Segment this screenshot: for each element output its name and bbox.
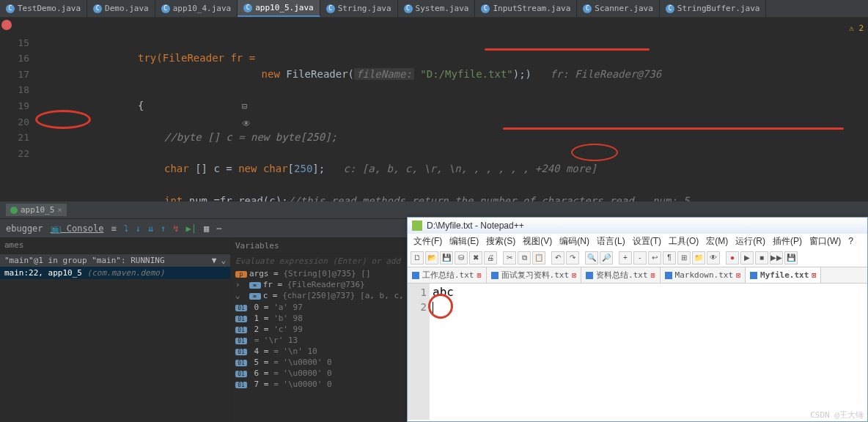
drop-frame-icon[interactable]: ↯ <box>173 223 178 234</box>
file-tab[interactable]: CSystem.java <box>398 0 476 17</box>
notepad-file-tab[interactable]: Markdown.txt⊠ <box>661 267 746 283</box>
file-tab[interactable]: CString.java <box>320 0 398 17</box>
file-tab[interactable]: Capp10_5.java <box>238 0 320 17</box>
notepad-menu-item[interactable]: 插件(P) <box>770 235 805 248</box>
indent-guide-icon[interactable]: ⊞ <box>677 251 691 264</box>
notepad-menu-item[interactable]: 运行(R) <box>732 235 768 248</box>
notepad-menu-item[interactable]: 语言(L) <box>594 235 628 248</box>
step-out-icon[interactable]: ↑ <box>161 223 166 234</box>
more-icon[interactable]: ⋯ <box>216 223 221 234</box>
run-tab[interactable]: app10_5 × <box>6 204 67 216</box>
code-area[interactable]: ⚠ 2 try(FileReader fr = try(FileReader f… <box>34 18 868 201</box>
undo-icon[interactable]: ↶ <box>551 251 564 264</box>
calculator-icon[interactable]: ▦ <box>204 223 209 234</box>
warning-icon[interactable]: ⚠ 2 <box>849 21 864 37</box>
notepad-file-tab[interactable]: Myfile.txt⊠ <box>746 267 821 283</box>
run-to-cursor-icon[interactable]: ▶| <box>186 223 196 234</box>
debugger-tab[interactable]: ebugger <box>6 223 43 234</box>
redo-icon[interactable]: ↷ <box>566 251 579 264</box>
file-icon <box>586 272 593 279</box>
dropdown-icon[interactable]: ⌄ <box>221 256 226 265</box>
open-file-icon[interactable]: 📂 <box>425 251 438 264</box>
frames-panel: ames "main"@1 in group "main": RUNNING ▼… <box>0 238 231 422</box>
java-file-icon: C <box>93 4 102 13</box>
java-file-icon: C <box>583 4 592 13</box>
notepad-menu-item[interactable]: 视图(V) <box>520 235 555 248</box>
breakpoint-icon[interactable] <box>0 18 13 32</box>
file-tab[interactable]: CDemo.java <box>87 0 155 17</box>
java-file-icon: C <box>481 4 490 13</box>
close-tab-icon[interactable]: ⊠ <box>477 271 482 279</box>
stop-icon[interactable]: ■ <box>755 251 768 264</box>
file-icon <box>750 272 757 279</box>
notepad-menu-item[interactable]: 窗口(W) <box>806 235 844 248</box>
notepad-menu-item[interactable]: 文件(F) <box>411 235 445 248</box>
new-file-icon[interactable]: 🗋 <box>411 251 424 264</box>
cut-icon[interactable]: ✂ <box>503 251 516 264</box>
notepad-window: D:\Myfile.txt - Notepad++ 文件(F)编辑(E)搜索(S… <box>407 217 868 422</box>
file-tab[interactable]: CInputStream.java <box>475 0 577 17</box>
frames-header: ames <box>0 238 230 254</box>
notepad-menubar[interactable]: 文件(F)编辑(E)搜索(S)视图(V)编码(N)语言(L)设置(T)工具(O)… <box>408 234 867 248</box>
close-tab-icon[interactable]: ⊠ <box>572 271 576 279</box>
find-icon[interactable]: 🔍 <box>585 251 598 264</box>
console-tab[interactable]: 📺 Console <box>51 223 104 234</box>
show-all-icon[interactable]: ¶ <box>663 251 676 264</box>
notepad-title-text: D:\Myfile.txt - Notepad++ <box>427 221 524 231</box>
notepad-file-tab[interactable]: 面试复习资料.txt⊠ <box>487 267 582 283</box>
replace-icon[interactable]: 🔎 <box>600 251 613 264</box>
record-icon[interactable]: ● <box>726 251 739 264</box>
thread-row[interactable]: "main"@1 in group "main": RUNNING ▼⌄ <box>0 254 230 267</box>
minimize-icon[interactable]: ⊟ <box>242 101 251 111</box>
force-step-icon[interactable]: ⇊ <box>148 223 153 234</box>
notepad-menu-item[interactable]: 搜索(S) <box>483 235 518 248</box>
step-into-icon[interactable]: ↓ <box>136 223 141 234</box>
notepad-file-tab[interactable]: 资料总结.txt⊠ <box>581 267 661 283</box>
watch-icon[interactable]: 👁 <box>242 119 251 129</box>
notepad-menu-item[interactable]: 编辑(E) <box>446 235 482 248</box>
notepad-file-tab[interactable]: 工作总结.txt⊠ <box>408 267 487 283</box>
copy-icon[interactable]: ⧉ <box>518 251 531 264</box>
java-file-icon: C <box>243 4 252 12</box>
close-tab-icon[interactable]: ⊠ <box>812 271 816 279</box>
annotation-underline <box>485 48 650 51</box>
file-tab[interactable]: Capp10_4.java <box>155 0 238 17</box>
notepad-menu-item[interactable]: ? <box>845 236 856 246</box>
code-token: try(FileReader fr = <box>138 52 262 64</box>
file-tab[interactable]: CScanner.java <box>577 0 659 17</box>
folder-icon[interactable]: 📁 <box>692 251 705 264</box>
annotation-circle <box>35 110 91 129</box>
close-tab-icon[interactable]: ⊠ <box>651 271 655 279</box>
notepad-menu-item[interactable]: 编码(N) <box>556 235 592 248</box>
notepad-file-tabs: 工作总结.txt⊠面试复习资料.txt⊠资料总结.txt⊠Markdown.tx… <box>408 267 867 284</box>
monitor-icon[interactable]: 👁 <box>707 251 720 264</box>
notepad-menu-item[interactable]: 宏(M) <box>703 235 731 248</box>
file-tab[interactable]: CStringBuffer.java <box>660 0 767 17</box>
fast-forward-icon[interactable]: ▶▶ <box>770 251 783 264</box>
java-file-icon: C <box>326 4 335 13</box>
save-all-icon[interactable]: ⛁ <box>455 251 468 264</box>
close-tab-icon[interactable]: ⊠ <box>736 271 740 279</box>
notepad-menu-item[interactable]: 设置(T) <box>630 235 664 248</box>
zoom-out-icon[interactable]: - <box>633 251 647 264</box>
print-icon[interactable]: 🖨 <box>484 251 497 264</box>
notepad-titlebar[interactable]: D:\Myfile.txt - Notepad++ <box>408 218 867 234</box>
zoom-in-icon[interactable]: + <box>619 251 632 264</box>
notepad-toolbar[interactable]: 🗋 📂 💾 ⛁ ✖ 🖨 ✂ ⧉ 📋 ↶ ↷ 🔍 🔎 + - ↩ ¶ ⊞ 📁 👁 … <box>408 248 867 267</box>
notepad-text[interactable]: abc <box>430 284 867 420</box>
stack-frame[interactable]: main:22, app10_5 (com.maven.demo) <box>0 267 230 279</box>
close-icon[interactable]: ✖ <box>469 251 482 264</box>
save-icon[interactable]: 💾 <box>440 251 453 264</box>
filter-icon[interactable]: ▼ <box>212 256 217 265</box>
file-tab[interactable]: CTestDemo.java <box>0 0 87 17</box>
line-number-gutter: 1516171819202122 <box>13 18 34 201</box>
notepad-gutter: 12 <box>408 284 430 420</box>
paste-icon[interactable]: 📋 <box>532 251 545 264</box>
play-macro-icon[interactable]: ▶ <box>740 251 754 264</box>
notepad-editor[interactable]: 12 abc <box>408 284 867 420</box>
step-over-icon[interactable]: ⤵ <box>124 223 128 234</box>
save-macro-icon[interactable]: 💾 <box>784 251 798 264</box>
notepad-menu-item[interactable]: 工具(O) <box>666 235 702 248</box>
breakpoint-gutter <box>0 18 13 201</box>
wrap-icon[interactable]: ↩ <box>648 251 661 264</box>
